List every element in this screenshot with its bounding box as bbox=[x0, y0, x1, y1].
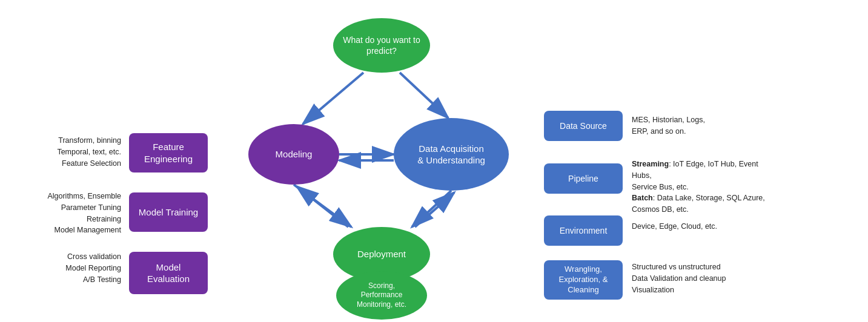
label-environment: Device, Edge, Cloud, etc. bbox=[632, 221, 753, 232]
svg-line-7 bbox=[412, 191, 451, 227]
environment-label: Environment bbox=[560, 225, 608, 236]
box-environment: Environment bbox=[544, 215, 623, 246]
scoring-label: Scoring,PerformanceMonitoring, etc. bbox=[357, 281, 406, 310]
model-evaluation-label: ModelEvaluation bbox=[147, 261, 190, 285]
data-source-label: Data Source bbox=[560, 120, 607, 131]
svg-line-2 bbox=[303, 73, 363, 124]
ellipse-modeling: Modeling bbox=[248, 124, 339, 185]
model-training-label: Model Training bbox=[139, 206, 198, 218]
label-data-source: MES, Historian, Logs,ERP, and so on. bbox=[632, 114, 753, 137]
label-model-training-text: Algorithms, EnsembleParameter TuningRetr… bbox=[47, 192, 121, 234]
label-model-training: Algorithms, EnsembleParameter TuningRetr… bbox=[21, 191, 121, 236]
label-data-source-text: MES, Historian, Logs,ERP, and so on. bbox=[632, 116, 705, 136]
box-model-evaluation: ModelEvaluation bbox=[129, 252, 208, 294]
box-model-training: Model Training bbox=[129, 192, 208, 232]
box-wrangling: Wrangling,Exploration, &Cleaning bbox=[544, 260, 623, 300]
feature-engineering-label: FeatureEngineering bbox=[144, 141, 193, 165]
data-acquisition-label: Data Acquisition& Understanding bbox=[417, 143, 485, 166]
label-model-evaluation: Cross validationModel ReportingA/B Testi… bbox=[21, 251, 121, 285]
box-pipeline: Pipeline bbox=[544, 163, 623, 194]
label-wrangling: Structured vs unstructuredData Validatio… bbox=[632, 261, 777, 295]
label-environment-text: Device, Edge, Cloud, etc. bbox=[632, 222, 717, 231]
modeling-label: Modeling bbox=[276, 148, 313, 160]
svg-line-6 bbox=[294, 185, 351, 227]
box-feature-engineering: FeatureEngineering bbox=[129, 133, 208, 172]
predict-label: What do you want to predict? bbox=[333, 34, 430, 56]
svg-line-3 bbox=[400, 73, 448, 118]
label-pipeline: Streaming: IoT Edge, IoT Hub, Event Hubs… bbox=[632, 159, 771, 215]
svg-line-9 bbox=[415, 192, 454, 227]
deployment-label: Deployment bbox=[357, 248, 406, 260]
svg-line-8 bbox=[297, 186, 348, 227]
ellipse-predict: What do you want to predict? bbox=[333, 18, 430, 73]
diagram-container: What do you want to predict? Modeling Da… bbox=[0, 0, 868, 322]
ellipse-data-acquisition: Data Acquisition& Understanding bbox=[394, 118, 509, 191]
pipeline-label: Pipeline bbox=[568, 173, 598, 184]
box-data-source: Data Source bbox=[544, 111, 623, 141]
label-feature-eng-text: Transform, binningTemporal, text, etc.Fe… bbox=[57, 136, 121, 168]
wrangling-label: Wrangling,Exploration, &Cleaning bbox=[559, 264, 608, 295]
ellipse-scoring: Scoring,PerformanceMonitoring, etc. bbox=[336, 271, 427, 320]
label-model-eval-text: Cross validationModel ReportingA/B Testi… bbox=[65, 252, 121, 284]
label-feature-engineering: Transform, binningTemporal, text, etc.Fe… bbox=[21, 135, 121, 169]
label-wrangling-text: Structured vs unstructuredData Validatio… bbox=[632, 263, 726, 294]
label-pipeline-text: Streaming: IoT Edge, IoT Hub, Event Hubs… bbox=[632, 160, 765, 214]
